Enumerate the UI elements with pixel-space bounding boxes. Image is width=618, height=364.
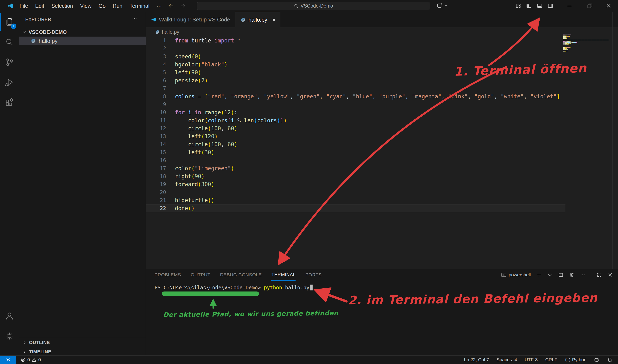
python-icon: [31, 38, 36, 44]
panel-tab-ports[interactable]: PORTS: [305, 269, 322, 281]
code-line-5[interactable]: 5left(90): [146, 68, 565, 77]
tab-walkthrough-setup-vs-code[interactable]: Walkthrough: Setup VS Code: [146, 12, 236, 27]
terminal-text: hallo.py: [282, 285, 309, 291]
code-editor[interactable]: 1from turtle import *23speed(0)4bgcolor(…: [146, 37, 565, 212]
file-row-hallo.py[interactable]: hallo.py: [19, 37, 146, 45]
indent-guide: [175, 117, 175, 124]
panel-tab-problems[interactable]: PROBLEMS: [155, 269, 181, 281]
code-line-1[interactable]: 1from turtle import *: [146, 37, 565, 45]
code-text: color(colors[i % len(colors)]): [175, 117, 287, 124]
code-text: speed(0): [175, 53, 201, 60]
tab-hallo-py[interactable]: hallo.py: [236, 12, 281, 27]
panel-tab-output[interactable]: OUTPUT: [191, 269, 210, 281]
activity-item-run-debug[interactable]: [0, 72, 19, 92]
minimap[interactable]: [563, 34, 611, 52]
code-line-7[interactable]: 7: [146, 84, 565, 92]
minimap-line: [563, 51, 611, 52]
more-actions-icon[interactable]: [132, 15, 137, 21]
activity-item-files[interactable]: 1: [0, 12, 19, 32]
sidebar-section-timeline[interactable]: TIMELINE: [19, 347, 146, 356]
code-line-3[interactable]: 3speed(0): [146, 52, 565, 61]
more-actions-icon[interactable]: [580, 272, 585, 278]
kill-terminal-icon[interactable]: [569, 272, 575, 278]
code-line-11[interactable]: 11 color(colors[i % len(colors)]): [146, 117, 565, 124]
split-terminal-icon[interactable]: [558, 272, 564, 278]
code-text: circle(100, 60): [175, 141, 237, 147]
maximize-panel-icon[interactable]: [597, 272, 602, 278]
code-line-16[interactable]: 16: [146, 156, 565, 164]
copilot-menu[interactable]: [437, 2, 448, 8]
panel-tab-terminal[interactable]: TERMINAL: [271, 269, 296, 281]
code-line-19[interactable]: 19forward(300): [146, 180, 565, 188]
code-line-18[interactable]: 18right(90): [146, 172, 565, 180]
nav-back-icon[interactable]: [168, 3, 174, 9]
code-line-10[interactable]: 10for i in range(12):: [146, 108, 565, 117]
code-line-22[interactable]: 22done(): [146, 204, 565, 212]
nav-forward-icon[interactable]: [180, 3, 186, 9]
activity-item-account[interactable]: [0, 306, 19, 326]
breadcrumb[interactable]: hallo.py: [146, 27, 618, 37]
activity-item-extensions[interactable]: [0, 92, 19, 113]
code-line-12[interactable]: 12 circle(100, 60): [146, 124, 565, 132]
activity-item-source-control[interactable]: [0, 52, 19, 72]
code-line-21[interactable]: 21hideturtle(): [146, 196, 565, 204]
code-line-17[interactable]: 17color("limegreen"): [146, 164, 565, 172]
sidebar-section-outline[interactable]: OUTLINE: [19, 338, 146, 347]
status-bell-icon[interactable]: [607, 357, 613, 363]
close-window-button[interactable]: [605, 3, 612, 9]
menu-view[interactable]: View: [77, 3, 95, 9]
braces-icon: { }: [565, 357, 570, 363]
toggle-sidebar-icon[interactable]: [526, 3, 532, 9]
toggle-panel-icon[interactable]: [537, 3, 542, 9]
terminal-prompt[interactable]: PS C:\Users\silas\Code\VSCode-Demo> pyth…: [155, 285, 313, 291]
status-copilot-icon[interactable]: [594, 357, 600, 363]
status-ln-22-col-7[interactable]: Ln 22, Col 7: [464, 357, 489, 363]
folder-row-vscode-demo[interactable]: VSCODE-DEMO: [19, 28, 146, 37]
code-line-8[interactable]: 8colors = ["red", "orange", "yellow", "g…: [146, 92, 565, 101]
remote-indicator[interactable]: [0, 356, 16, 364]
modified-dot-icon[interactable]: [273, 19, 275, 21]
code-line-20[interactable]: 20: [146, 188, 565, 196]
code-line-9[interactable]: 9: [146, 101, 565, 108]
code-line-2[interactable]: 2: [146, 45, 565, 52]
menu-run[interactable]: Run: [109, 3, 126, 9]
vscode-window: FileEditSelectionViewGoRunTerminal··· VS…: [0, 0, 618, 364]
toggle-secondary-sidebar-icon[interactable]: [548, 3, 553, 9]
command-center-search[interactable]: VSCode-Demo: [197, 2, 430, 10]
terminal-shell-select[interactable]: powershell: [501, 272, 531, 278]
problems-status[interactable]: 0 0: [21, 356, 41, 364]
code-line-6[interactable]: 6pensize(2): [146, 77, 565, 84]
menu-terminal[interactable]: Terminal: [126, 3, 153, 9]
chevron-down-icon: [22, 30, 27, 35]
status-utf-8[interactable]: UTF-8: [525, 357, 538, 363]
menu-overflow[interactable]: ···: [153, 3, 165, 9]
indent-guide: [175, 124, 175, 132]
close-panel-icon[interactable]: [607, 272, 613, 278]
code-line-15[interactable]: 15 left(30): [146, 148, 565, 156]
powershell-icon: [501, 272, 507, 278]
activity-item-settings-gear[interactable]: [0, 326, 19, 346]
customize-layout-icon[interactable]: [515, 3, 521, 9]
panel-tab-debug-console[interactable]: DEBUG CONSOLE: [220, 269, 262, 281]
menu-edit[interactable]: Edit: [32, 3, 48, 9]
status-right: Ln 22, Col 7Spaces: 4UTF-8CRLF{ }Python: [464, 356, 613, 364]
warning-count: 0: [38, 357, 41, 363]
code-line-13[interactable]: 13 left(120): [146, 132, 565, 140]
new-terminal-icon[interactable]: [536, 272, 542, 278]
activity-item-search[interactable]: [0, 32, 19, 52]
code-line-14[interactable]: 14 circle(100, 60): [146, 140, 565, 148]
code-text: left(90): [175, 69, 201, 76]
line-number: 2: [146, 46, 166, 52]
code-line-4[interactable]: 4bgcolor("black"): [146, 61, 565, 68]
minimize-button[interactable]: [566, 3, 573, 9]
line-number: 5: [146, 70, 166, 76]
status-spaces-4[interactable]: Spaces: 4: [497, 357, 517, 363]
menu-file[interactable]: File: [16, 3, 32, 9]
status-label: UTF-8: [525, 357, 538, 363]
restore-button[interactable]: [587, 3, 593, 9]
menu-go[interactable]: Go: [95, 3, 109, 9]
launch-profile-chevron-icon[interactable]: [547, 272, 553, 278]
status-python[interactable]: { }Python: [565, 357, 587, 363]
menu-selection[interactable]: Selection: [48, 3, 77, 9]
status-crlf[interactable]: CRLF: [545, 357, 557, 363]
